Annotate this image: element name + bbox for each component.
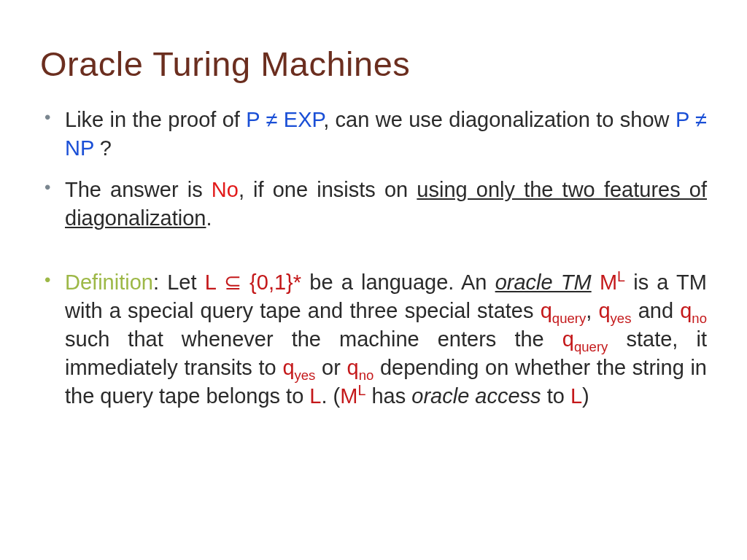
text: , can we use diagonalization to show [323,108,676,131]
sub-yes: yes [611,311,632,326]
q: q [347,356,359,379]
l-ref: L [309,384,321,408]
q-no: qno [680,299,707,322]
text: such that whenever the machine enters th… [65,327,562,351]
text: . [206,206,212,230]
q: q [562,327,574,351]
text: or [315,356,347,379]
text: The answer is [65,178,212,201]
text: : Let [153,271,205,294]
text: has [365,384,411,408]
bullet-2: The answer is No, if one insists on usin… [40,176,707,233]
sub-yes: yes [295,368,316,383]
sub-query: query [552,311,586,326]
bullet-list: Like in the proof of P ≠ EXP, can we use… [40,106,707,411]
q: q [680,299,692,322]
sub-no: no [692,311,707,326]
oracle-tm-term: oracle TM [495,271,592,294]
p-neq-exp: P ≠ EXP [246,108,323,131]
q-query: qquery [541,299,587,322]
text: ) [582,384,589,408]
q-yes-2: qyes [282,356,315,379]
m-sup-l-2: ML [340,384,365,408]
l-superscript: L [617,268,625,284]
m-sup-l: ML [600,271,625,294]
text: . ( [322,384,341,408]
text [592,271,600,294]
text: Like in the proof of [65,108,246,131]
q-no-2: qno [347,356,374,379]
text: , [586,299,598,322]
bullet-1: Like in the proof of P ≠ EXP, can we use… [40,106,707,163]
sub-query: query [574,339,608,354]
l-superscript: L [357,382,365,398]
q: q [541,299,552,322]
answer-no: No [212,178,239,201]
text: , if one insists on [239,178,417,201]
l-ref-2: L [570,384,582,408]
definition-label: Definition [65,271,153,294]
bullet-3-definition: Definition: Let L ⊆ {0,1}* be a language… [40,268,707,411]
text: and [631,299,680,322]
slide-title: Oracle Turing Machines [40,44,707,84]
m: M [600,271,617,294]
q-query-2: qquery [562,327,608,351]
text: to [541,384,570,408]
l-subset: L ⊆ {0,1}* [205,271,301,294]
m: M [340,384,357,408]
q: q [282,356,294,379]
q: q [598,299,610,322]
oracle-access-term: oracle access [411,384,541,408]
text: be a language. An [301,271,495,294]
sub-no: no [359,368,374,383]
text: ? [94,136,112,160]
q-yes: qyes [598,299,631,322]
